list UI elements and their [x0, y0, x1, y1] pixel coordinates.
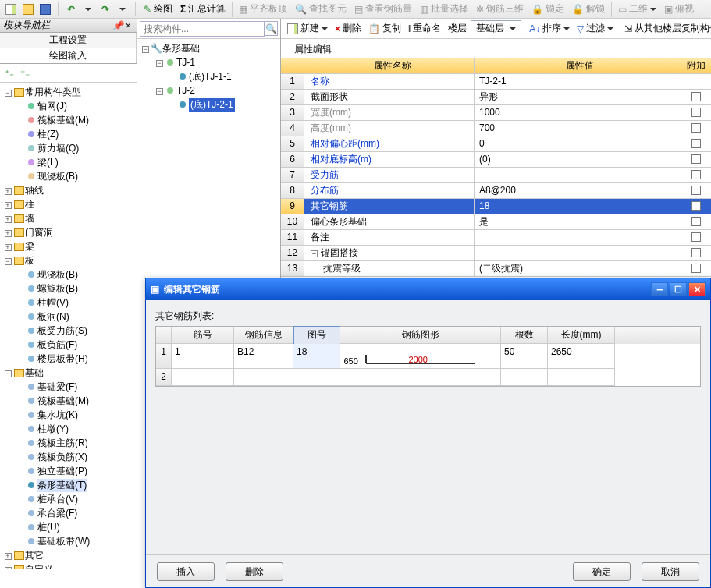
- rebar-length[interactable]: [548, 369, 615, 386]
- copy-button[interactable]: 📋复制: [365, 20, 404, 37]
- toggle-icon[interactable]: +: [3, 550, 12, 561]
- nav-wall[interactable]: 墙: [25, 212, 34, 225]
- nav-found-item[interactable]: 筏板基础(M): [37, 395, 89, 408]
- cancel-button[interactable]: 取消: [642, 562, 699, 581]
- nav-found-item[interactable]: 承台梁(F): [37, 507, 77, 520]
- new-file-button[interactable]: [3, 2, 19, 17]
- nav-custom[interactable]: 自定义: [25, 563, 53, 570]
- nav-common-item[interactable]: 梁(L): [37, 156, 59, 169]
- nav-slab-item[interactable]: 楼层板带(H): [37, 352, 88, 366]
- prop-name[interactable]: 抗震等级: [304, 261, 475, 276]
- dialog-titlebar[interactable]: ▣ 编辑其它钢筋 ━ ☐ ✕: [146, 278, 710, 300]
- prop-add-checkbox[interactable]: [681, 246, 711, 260]
- search-icon[interactable]: 🔍: [265, 21, 278, 36]
- prop-add-checkbox[interactable]: [681, 136, 711, 151]
- rebar-length[interactable]: 2650: [548, 344, 615, 369]
- nav-slab-item[interactable]: 现浇板(B): [37, 268, 78, 282]
- prop-add-checkbox[interactable]: [681, 90, 711, 104]
- prop-add-checkbox[interactable]: [681, 74, 711, 89]
- tree-node-tj1[interactable]: TJ-1: [176, 57, 195, 68]
- tree-node-tj1-1[interactable]: (底)TJ-1-1: [189, 70, 232, 83]
- prop-value[interactable]: 700: [475, 121, 681, 136]
- collapse-icon[interactable]: −: [155, 57, 164, 68]
- nav-found-item[interactable]: 基础板带(W): [37, 535, 90, 548]
- nav-foundation[interactable]: 基础: [25, 367, 44, 380]
- toggle-icon[interactable]: +: [3, 185, 12, 196]
- pin-icon[interactable]: 📌: [112, 20, 123, 31]
- rebar-info[interactable]: [234, 369, 293, 386]
- prop-value[interactable]: [475, 168, 681, 182]
- sort-button[interactable]: A↓排序: [526, 20, 573, 37]
- prop-add-checkbox[interactable]: [681, 230, 711, 245]
- prop-name[interactable]: 分布筋: [304, 183, 475, 198]
- prop-name[interactable]: −锚固搭接: [304, 246, 475, 260]
- nav-doorwin[interactable]: 门窗洞: [25, 226, 53, 239]
- nav-slab-item[interactable]: 柱帽(V): [37, 296, 69, 310]
- collapse-icon[interactable]: −: [155, 85, 164, 96]
- toggle-icon[interactable]: −: [3, 87, 12, 97]
- tab-project-settings[interactable]: 工程设置: [0, 33, 137, 48]
- prop-add-checkbox[interactable]: [681, 183, 711, 198]
- nav-slab[interactable]: 板: [25, 254, 34, 267]
- new-button[interactable]: 新建: [284, 20, 331, 37]
- prop-name[interactable]: 偏心条形基础: [304, 214, 475, 229]
- prop-name[interactable]: 名称: [304, 74, 475, 89]
- draw-button[interactable]: ✎绘图: [140, 1, 176, 18]
- nav-slab-item[interactable]: 螺旋板(B): [37, 282, 78, 296]
- nav-found-item[interactable]: 柱墩(Y): [37, 423, 69, 436]
- rebar-shape-no[interactable]: 18: [293, 344, 340, 369]
- nav-pillar[interactable]: 柱: [25, 198, 34, 211]
- tree-root-label[interactable]: 条形基础: [162, 42, 200, 55]
- tree-node-tj2-1[interactable]: (底)TJ-2-1: [189, 98, 235, 112]
- flat-top-button[interactable]: ▦平齐板顶: [236, 1, 290, 18]
- component-type-tree[interactable]: −常用构件类型轴网(J)筏板基础(M)柱(Z)剪力墙(Q)梁(L)现浇板(B)+…: [0, 83, 137, 569]
- minimize-icon[interactable]: ━: [651, 282, 668, 296]
- batch-select-button[interactable]: ▥批量选择: [417, 1, 471, 18]
- prop-name[interactable]: 受力筋: [304, 168, 475, 182]
- maximize-icon[interactable]: ☐: [670, 282, 687, 296]
- nav-other[interactable]: 其它: [25, 549, 44, 562]
- rebar-shape[interactable]: 6502000: [340, 344, 501, 369]
- toggle-icon[interactable]: +: [3, 213, 12, 224]
- prop-add-checkbox[interactable]: [681, 261, 711, 276]
- rebar-count[interactable]: [501, 369, 548, 386]
- nav-common-item[interactable]: 剪力墙(Q): [37, 142, 79, 155]
- prop-value[interactable]: [475, 246, 681, 260]
- prop-name[interactable]: 截面形状: [304, 90, 475, 104]
- toggle-icon[interactable]: +: [3, 564, 12, 569]
- prop-value[interactable]: [475, 230, 681, 245]
- prop-value[interactable]: A8@200: [475, 183, 681, 198]
- prop-add-checkbox[interactable]: [681, 168, 711, 182]
- tree-node-tj2[interactable]: TJ-2: [176, 85, 195, 96]
- nav-found-item[interactable]: 基础梁(F): [37, 381, 77, 394]
- prop-value[interactable]: 是: [475, 214, 681, 229]
- toggle-icon[interactable]: +: [3, 241, 12, 252]
- toggle-icon[interactable]: −: [3, 255, 12, 266]
- nav-found-item[interactable]: 桩(U): [37, 521, 60, 534]
- prop-add-checkbox[interactable]: [681, 121, 711, 136]
- nav-common-item[interactable]: 轴网(J): [37, 100, 67, 113]
- expand-all-icon[interactable]: ⁺₊: [5, 68, 14, 79]
- prop-value[interactable]: 18: [475, 199, 681, 214]
- tab-draw-input[interactable]: 绘图输入: [0, 48, 137, 63]
- search-input[interactable]: [140, 21, 265, 37]
- redo-button[interactable]: ↷: [98, 2, 113, 17]
- prop-name[interactable]: 宽度(mm): [304, 105, 475, 120]
- nav-found-item[interactable]: 桩承台(V): [37, 493, 78, 506]
- nav-axis[interactable]: 轴线: [25, 184, 44, 197]
- open-file-button[interactable]: [20, 2, 36, 17]
- toggle-icon[interactable]: +: [3, 227, 12, 238]
- redo-dropdown[interactable]: [115, 2, 130, 17]
- prop-value[interactable]: (0): [475, 152, 681, 167]
- rebar-count[interactable]: 50: [501, 344, 548, 369]
- tab-property-editor[interactable]: 属性编辑: [286, 41, 340, 58]
- toggle-icon[interactable]: −: [3, 367, 12, 378]
- nav-common[interactable]: 常用构件类型: [25, 86, 81, 99]
- nav-found-item[interactable]: 集水坑(K): [37, 409, 78, 422]
- prop-add-checkbox[interactable]: [681, 214, 711, 229]
- rebar-bar-no[interactable]: 1: [172, 344, 234, 369]
- prop-value[interactable]: TJ-2-1: [475, 74, 681, 89]
- nav-slab-item[interactable]: 板受力筋(S): [37, 324, 87, 338]
- close-icon[interactable]: ✕: [688, 282, 706, 296]
- nav-found-item[interactable]: 条形基础(T): [37, 479, 87, 492]
